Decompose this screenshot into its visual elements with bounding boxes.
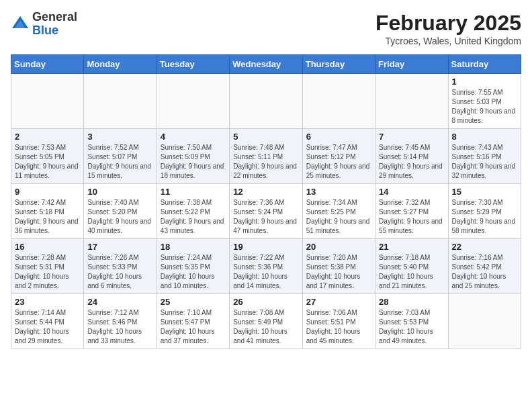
calendar-day-cell: 16Sunrise: 7:28 AM Sunset: 5:31 PM Dayli… <box>11 239 84 294</box>
day-number: 25 <box>161 297 226 307</box>
day-number: 4 <box>161 132 226 142</box>
day-info: Sunrise: 7:30 AM Sunset: 5:29 PM Dayligh… <box>452 198 517 236</box>
calendar-day-cell: 20Sunrise: 7:20 AM Sunset: 5:38 PM Dayli… <box>302 239 375 294</box>
calendar-day-cell <box>375 74 448 129</box>
day-info: Sunrise: 7:32 AM Sunset: 5:27 PM Dayligh… <box>379 198 444 236</box>
day-info: Sunrise: 7:42 AM Sunset: 5:18 PM Dayligh… <box>15 198 80 236</box>
calendar-table: SundayMondayTuesdayWednesdayThursdayFrid… <box>11 54 521 349</box>
day-info: Sunrise: 7:36 AM Sunset: 5:24 PM Dayligh… <box>233 198 298 236</box>
day-info: Sunrise: 7:43 AM Sunset: 5:16 PM Dayligh… <box>452 143 517 181</box>
day-number: 26 <box>233 297 298 307</box>
calendar-day-cell: 24Sunrise: 7:12 AM Sunset: 5:46 PM Dayli… <box>84 294 157 349</box>
day-number: 5 <box>233 132 298 142</box>
logo-blue-text: Blue <box>32 24 58 37</box>
day-number: 8 <box>452 132 517 142</box>
day-number: 19 <box>233 242 298 252</box>
calendar-day-cell: 4Sunrise: 7:50 AM Sunset: 5:09 PM Daylig… <box>157 129 229 184</box>
calendar-header-row: SundayMondayTuesdayWednesdayThursdayFrid… <box>11 55 521 74</box>
calendar-day-cell: 14Sunrise: 7:32 AM Sunset: 5:27 PM Dayli… <box>375 184 448 239</box>
calendar-day-cell <box>157 74 229 129</box>
calendar-header-friday: Friday <box>375 55 448 74</box>
day-info: Sunrise: 7:12 AM Sunset: 5:46 PM Dayligh… <box>87 308 152 346</box>
calendar-day-cell: 23Sunrise: 7:14 AM Sunset: 5:44 PM Dayli… <box>11 294 84 349</box>
day-info: Sunrise: 7:52 AM Sunset: 5:07 PM Dayligh… <box>87 143 152 181</box>
day-number: 21 <box>379 242 444 252</box>
calendar-day-cell: 2Sunrise: 7:53 AM Sunset: 5:05 PM Daylig… <box>11 129 84 184</box>
day-info: Sunrise: 7:53 AM Sunset: 5:05 PM Dayligh… <box>15 143 80 181</box>
day-number: 12 <box>233 187 298 197</box>
calendar-day-cell: 7Sunrise: 7:45 AM Sunset: 5:14 PM Daylig… <box>375 129 448 184</box>
calendar-day-cell: 5Sunrise: 7:48 AM Sunset: 5:11 PM Daylig… <box>230 129 302 184</box>
calendar-day-cell <box>448 294 521 349</box>
calendar-day-cell: 9Sunrise: 7:42 AM Sunset: 5:18 PM Daylig… <box>11 184 84 239</box>
calendar-week-row: 16Sunrise: 7:28 AM Sunset: 5:31 PM Dayli… <box>11 239 521 294</box>
day-number: 16 <box>15 242 80 252</box>
day-info: Sunrise: 7:20 AM Sunset: 5:38 PM Dayligh… <box>306 253 371 291</box>
calendar-day-cell: 18Sunrise: 7:24 AM Sunset: 5:35 PM Dayli… <box>157 239 229 294</box>
calendar-header-sunday: Sunday <box>11 55 84 74</box>
day-info: Sunrise: 7:10 AM Sunset: 5:47 PM Dayligh… <box>161 308 226 346</box>
day-info: Sunrise: 7:55 AM Sunset: 5:03 PM Dayligh… <box>452 88 517 126</box>
day-info: Sunrise: 7:47 AM Sunset: 5:12 PM Dayligh… <box>306 143 371 181</box>
day-info: Sunrise: 7:14 AM Sunset: 5:44 PM Dayligh… <box>15 308 80 346</box>
calendar-day-cell: 12Sunrise: 7:36 AM Sunset: 5:24 PM Dayli… <box>230 184 302 239</box>
calendar-header-saturday: Saturday <box>448 55 521 74</box>
calendar-day-cell: 1Sunrise: 7:55 AM Sunset: 5:03 PM Daylig… <box>448 74 521 129</box>
calendar-day-cell: 19Sunrise: 7:22 AM Sunset: 5:36 PM Dayli… <box>230 239 302 294</box>
calendar-day-cell: 8Sunrise: 7:43 AM Sunset: 5:16 PM Daylig… <box>448 129 521 184</box>
logo: General Blue <box>11 11 77 38</box>
day-info: Sunrise: 7:45 AM Sunset: 5:14 PM Dayligh… <box>379 143 444 181</box>
calendar-day-cell: 27Sunrise: 7:06 AM Sunset: 5:51 PM Dayli… <box>302 294 375 349</box>
calendar-header-thursday: Thursday <box>302 55 375 74</box>
day-number: 17 <box>87 242 152 252</box>
day-number: 9 <box>15 187 80 197</box>
day-number: 7 <box>379 132 444 142</box>
day-number: 28 <box>379 297 444 307</box>
day-number: 22 <box>452 242 517 252</box>
day-info: Sunrise: 7:24 AM Sunset: 5:35 PM Dayligh… <box>161 253 226 291</box>
calendar-day-cell: 21Sunrise: 7:18 AM Sunset: 5:40 PM Dayli… <box>375 239 448 294</box>
day-number: 3 <box>87 132 152 142</box>
calendar-header-monday: Monday <box>84 55 157 74</box>
day-number: 15 <box>452 187 517 197</box>
day-number: 20 <box>306 242 371 252</box>
day-number: 18 <box>161 242 226 252</box>
calendar-day-cell <box>230 74 302 129</box>
day-info: Sunrise: 7:34 AM Sunset: 5:25 PM Dayligh… <box>306 198 371 236</box>
logo-icon <box>11 15 30 34</box>
calendar-day-cell: 17Sunrise: 7:26 AM Sunset: 5:33 PM Dayli… <box>84 239 157 294</box>
day-number: 14 <box>379 187 444 197</box>
location-subtitle: Tycroes, Wales, United Kingdom <box>375 36 521 46</box>
day-info: Sunrise: 7:22 AM Sunset: 5:36 PM Dayligh… <box>233 253 298 291</box>
calendar-day-cell: 25Sunrise: 7:10 AM Sunset: 5:47 PM Dayli… <box>157 294 229 349</box>
day-info: Sunrise: 7:48 AM Sunset: 5:11 PM Dayligh… <box>233 143 298 181</box>
calendar-week-row: 2Sunrise: 7:53 AM Sunset: 5:05 PM Daylig… <box>11 129 521 184</box>
calendar-day-cell: 11Sunrise: 7:38 AM Sunset: 5:22 PM Dayli… <box>157 184 229 239</box>
calendar-day-cell: 22Sunrise: 7:16 AM Sunset: 5:42 PM Dayli… <box>448 239 521 294</box>
day-number: 11 <box>161 187 226 197</box>
day-info: Sunrise: 7:38 AM Sunset: 5:22 PM Dayligh… <box>161 198 226 236</box>
calendar-day-cell <box>302 74 375 129</box>
logo-general-text: General <box>32 10 77 24</box>
calendar-day-cell <box>11 74 84 129</box>
day-number: 1 <box>452 77 517 87</box>
calendar-week-row: 23Sunrise: 7:14 AM Sunset: 5:44 PM Dayli… <box>11 294 521 349</box>
day-info: Sunrise: 7:03 AM Sunset: 5:53 PM Dayligh… <box>379 308 444 346</box>
day-info: Sunrise: 7:40 AM Sunset: 5:20 PM Dayligh… <box>87 198 152 236</box>
day-number: 23 <box>15 297 80 307</box>
day-number: 2 <box>15 132 80 142</box>
month-title: February 2025 <box>375 11 521 36</box>
day-number: 6 <box>306 132 371 142</box>
day-info: Sunrise: 7:28 AM Sunset: 5:31 PM Dayligh… <box>15 253 80 291</box>
page-header: General Blue February 2025 Tycroes, Wale… <box>11 11 521 46</box>
day-number: 24 <box>87 297 152 307</box>
calendar-day-cell: 6Sunrise: 7:47 AM Sunset: 5:12 PM Daylig… <box>302 129 375 184</box>
title-block: February 2025 Tycroes, Wales, United Kin… <box>375 11 521 46</box>
day-number: 10 <box>87 187 152 197</box>
calendar-header-wednesday: Wednesday <box>230 55 302 74</box>
day-number: 27 <box>306 297 371 307</box>
calendar-day-cell: 15Sunrise: 7:30 AM Sunset: 5:29 PM Dayli… <box>448 184 521 239</box>
day-number: 13 <box>306 187 371 197</box>
calendar-day-cell: 3Sunrise: 7:52 AM Sunset: 5:07 PM Daylig… <box>84 129 157 184</box>
calendar-week-row: 1Sunrise: 7:55 AM Sunset: 5:03 PM Daylig… <box>11 74 521 129</box>
